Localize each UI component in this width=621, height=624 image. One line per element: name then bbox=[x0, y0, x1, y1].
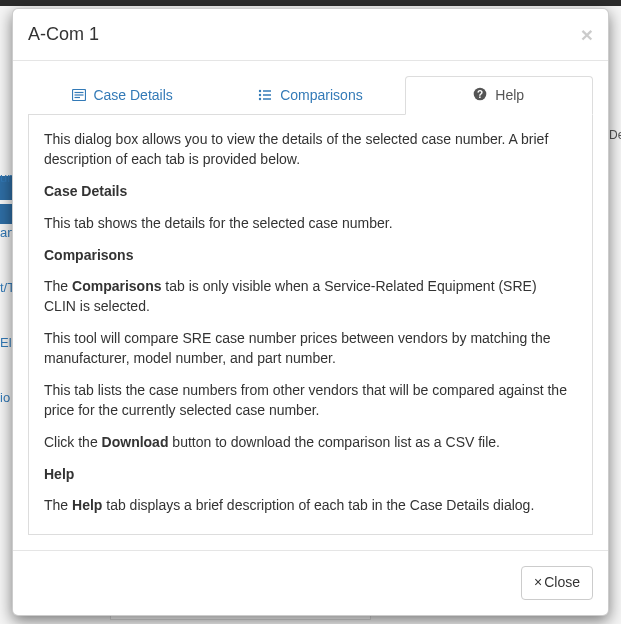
close-button-label: Close bbox=[544, 574, 580, 590]
modal-header: A-Com 1 × bbox=[13, 9, 608, 61]
help-text: The Comparisons tab is only visible when… bbox=[44, 277, 572, 317]
help-text: This tool will compare SRE case number p… bbox=[44, 329, 572, 369]
close-button[interactable]: ×Close bbox=[521, 566, 593, 600]
help-tab-panel: This dialog box allows you to view the d… bbox=[28, 115, 593, 535]
case-details-modal: A-Com 1 × Case Details Comparisons bbox=[12, 8, 609, 616]
list-icon bbox=[258, 88, 272, 104]
help-text: This tab lists the case numbers from oth… bbox=[44, 381, 572, 421]
help-heading-help: Help bbox=[44, 465, 572, 485]
bg-left-labels: un ang t/T El io bbox=[0, 170, 12, 445]
svg-point-5 bbox=[259, 94, 261, 96]
modal-body: Case Details Comparisons ? Help bbox=[13, 61, 608, 550]
help-heading-case-details: Case Details bbox=[44, 182, 572, 202]
help-text: Click the Download button to download th… bbox=[44, 433, 572, 453]
card-icon bbox=[72, 88, 86, 104]
close-icon: × bbox=[534, 574, 542, 590]
help-intro: This dialog box allows you to view the d… bbox=[44, 130, 572, 170]
bg-right-label: De bbox=[609, 128, 621, 142]
question-circle-icon: ? bbox=[473, 87, 487, 104]
help-text: This tab shows the details for the selec… bbox=[44, 214, 572, 234]
svg-text:?: ? bbox=[477, 89, 483, 100]
svg-point-6 bbox=[259, 98, 261, 100]
modal-footer: ×Close bbox=[13, 550, 608, 615]
bg-left-label: un bbox=[0, 170, 12, 185]
tab-label: Help bbox=[495, 87, 524, 103]
tab-case-details[interactable]: Case Details bbox=[28, 76, 216, 115]
bg-left-label: t/T bbox=[0, 280, 12, 295]
tab-help[interactable]: ? Help bbox=[405, 76, 593, 115]
tab-comparisons[interactable]: Comparisons bbox=[216, 76, 404, 115]
backdrop-top-bar bbox=[0, 0, 621, 6]
tab-label: Comparisons bbox=[280, 87, 362, 103]
bg-left-label: io bbox=[0, 390, 12, 405]
bg-left-label: El bbox=[0, 335, 12, 350]
tab-label: Case Details bbox=[93, 87, 172, 103]
modal-close-x-button[interactable]: × bbox=[581, 24, 593, 45]
help-heading-comparisons: Comparisons bbox=[44, 246, 572, 266]
svg-point-4 bbox=[259, 90, 261, 92]
help-text: The Help tab displays a brief descriptio… bbox=[44, 496, 572, 516]
modal-title: A-Com 1 bbox=[28, 24, 99, 45]
nav-tabs: Case Details Comparisons ? Help bbox=[28, 76, 593, 115]
bg-left-label: ang bbox=[0, 225, 12, 240]
